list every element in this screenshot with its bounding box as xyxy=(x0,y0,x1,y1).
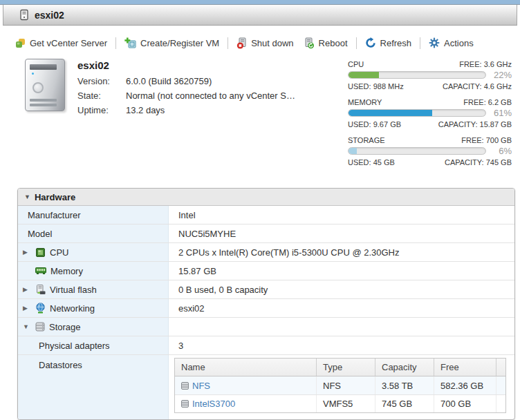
expand-arrow-icon[interactable]: ▶ xyxy=(23,249,31,256)
refresh-label: Refresh xyxy=(380,38,412,48)
memory-usage-bar xyxy=(348,109,486,117)
datastore-disk-icon xyxy=(181,400,189,408)
get-vcenter-server-button[interactable]: Get vCenter Server xyxy=(15,38,107,48)
column-header-free[interactable]: Free xyxy=(434,359,496,376)
get-vcenter-server-label: Get vCenter Server xyxy=(30,38,107,48)
actions-button[interactable]: Actions xyxy=(429,37,474,48)
expand-arrow-icon[interactable]: ▶ xyxy=(23,286,31,293)
virtual-flash-row: ▶ Virtual flash 0 B used, 0 B capacity xyxy=(18,280,514,299)
hardware-panel-header[interactable]: ▼ Hardware xyxy=(18,189,514,206)
cpu-capacity: CAPACITY: 4.6 GHz xyxy=(443,82,512,91)
datastore-disk-icon xyxy=(181,382,189,390)
page-title: esxi02 xyxy=(35,10,64,21)
resource-meters: CPUFREE: 3.6 GHz 22% USED: 988 MHzCAPACI… xyxy=(348,59,512,173)
version-value: 6.0.0 (Build 3620759) xyxy=(126,76,212,86)
host-tower-image xyxy=(25,59,65,111)
create-register-vm-button[interactable]: Create/Register VM xyxy=(124,37,219,48)
window-top-strip xyxy=(0,0,520,5)
memory-icon xyxy=(35,267,46,275)
datastore-link[interactable]: IntelS3700 xyxy=(192,399,235,409)
host-uptime-row: Uptime: 13.2 days xyxy=(77,105,295,115)
memory-value: 15.87 GB xyxy=(178,266,216,276)
reboot-icon xyxy=(304,37,315,49)
model-row: Model NUC5i5MYHE xyxy=(18,225,514,243)
host-summary: esxi02 Version: 6.0.0 (Build 3620759) St… xyxy=(25,59,512,173)
shutdown-icon xyxy=(236,37,247,49)
host-titlebar: esxi02 xyxy=(3,5,517,26)
column-header-capacity[interactable]: Capacity xyxy=(375,359,434,376)
physical-adapters-label: Physical adapters xyxy=(39,341,110,351)
memory-label: Memory xyxy=(50,266,83,276)
cpu-meter: CPUFREE: 3.6 GHz 22% USED: 988 MHzCAPACI… xyxy=(348,59,512,91)
storage-usage-bar xyxy=(348,147,486,155)
actions-gear-icon xyxy=(429,37,440,48)
uptime-value: 13.2 days xyxy=(126,105,165,115)
datastore-capacity: 745 GB xyxy=(375,395,434,412)
datastore-type: VMFS5 xyxy=(317,395,375,412)
memory-capacity: CAPACITY: 15.87 GB xyxy=(438,120,512,129)
datastore-capacity: 3.58 TB xyxy=(375,376,434,394)
datastores-label: Datastores xyxy=(39,360,82,370)
datastore-link[interactable]: NFS xyxy=(192,381,210,391)
model-label: Model xyxy=(28,229,52,239)
shut-down-button[interactable]: Shut down xyxy=(236,37,293,49)
storage-meter-title: STORAGE xyxy=(348,135,385,145)
storage-row: ▼ Storage xyxy=(18,318,514,336)
model-value: NUC5i5MYHE xyxy=(178,229,236,239)
datastores-row: Datastores Name Type Capacity Free NFS xyxy=(18,355,514,419)
storage-label: Storage xyxy=(49,322,81,332)
hardware-panel: ▼ Hardware Manufacturer Intel Model NUC5… xyxy=(17,188,515,420)
cpu-free: FREE: 3.6 GHz xyxy=(459,59,512,69)
datastore-row-nfs[interactable]: NFS NFS 3.58 TB 582.36 GB xyxy=(175,376,505,394)
memory-row: Memory 15.87 GB xyxy=(18,262,514,280)
storage-used: USED: 45 GB xyxy=(348,158,395,167)
collapse-arrow-icon[interactable]: ▼ xyxy=(23,323,31,330)
refresh-button[interactable]: Refresh xyxy=(365,37,412,48)
host-name: esxi02 xyxy=(77,59,295,71)
reboot-button[interactable]: Reboot xyxy=(304,37,348,49)
cpu-meter-title: CPU xyxy=(348,59,364,69)
storage-capacity: CAPACITY: 745 GB xyxy=(445,158,512,167)
datastores-table: Name Type Capacity Free NFS NFS 3.58 TB xyxy=(174,358,506,413)
networking-row: ▶ Networking esxi02 xyxy=(18,299,514,318)
actions-label: Actions xyxy=(444,38,474,48)
networking-value: esxi02 xyxy=(178,303,205,314)
state-label: State: xyxy=(77,90,126,101)
datastore-row-intels3700[interactable]: IntelS3700 VMFS5 745 GB 700 GB xyxy=(175,394,505,412)
create-register-vm-label: Create/Register VM xyxy=(140,38,219,48)
expand-arrow-icon[interactable]: ▶ xyxy=(23,305,31,312)
cpu-value: 2 CPUs x Intel(R) Core(TM) i5-5300U CPU … xyxy=(178,247,400,258)
manufacturer-value: Intel xyxy=(178,210,196,220)
state-value: Normal (not connected to any vCenter S… xyxy=(126,90,295,101)
manufacturer-label: Manufacturer xyxy=(28,210,81,220)
datastores-table-header: Name Type Capacity Free xyxy=(175,359,505,376)
hardware-panel-title: Hardware xyxy=(35,192,75,202)
column-header-type[interactable]: Type xyxy=(317,359,375,376)
vcenter-icon xyxy=(15,38,26,48)
toolbar-separator xyxy=(420,37,420,49)
datastore-free: 700 GB xyxy=(434,395,496,412)
column-header-name[interactable]: Name xyxy=(175,359,317,376)
virtual-flash-value: 0 B used, 0 B capacity xyxy=(178,285,268,295)
datastore-free: 582.36 GB xyxy=(434,376,496,394)
host-info: esxi02 Version: 6.0.0 (Build 3620759) St… xyxy=(77,59,295,173)
memory-meter-title: MEMORY xyxy=(348,97,382,107)
storage-free: FREE: 700 GB xyxy=(461,135,512,145)
host-version-row: Version: 6.0.0 (Build 3620759) xyxy=(77,76,295,86)
toolbar-separator xyxy=(115,37,116,49)
shut-down-label: Shut down xyxy=(251,38,293,48)
cpu-percent: 22% xyxy=(486,70,512,80)
memory-meter: MEMORYFREE: 6.2 GB 61% USED: 9.67 GBCAPA… xyxy=(348,97,512,129)
uptime-label: Uptime: xyxy=(77,105,126,115)
cpu-label: CPU xyxy=(50,247,68,258)
networking-icon xyxy=(35,303,46,314)
toolbar-separator xyxy=(356,37,357,49)
cpu-row: ▶ CPU 2 CPUs x Intel(R) Core(TM) i5-5300… xyxy=(18,243,514,262)
storage-percent: 6% xyxy=(486,146,512,156)
storage-icon xyxy=(35,322,45,332)
reboot-label: Reboot xyxy=(319,38,348,48)
host-state-row: State: Normal (not connected to any vCen… xyxy=(77,90,295,101)
memory-free: FREE: 6.2 GB xyxy=(463,97,512,107)
cpu-usage-bar xyxy=(348,71,486,79)
datastore-type: NFS xyxy=(317,376,375,394)
